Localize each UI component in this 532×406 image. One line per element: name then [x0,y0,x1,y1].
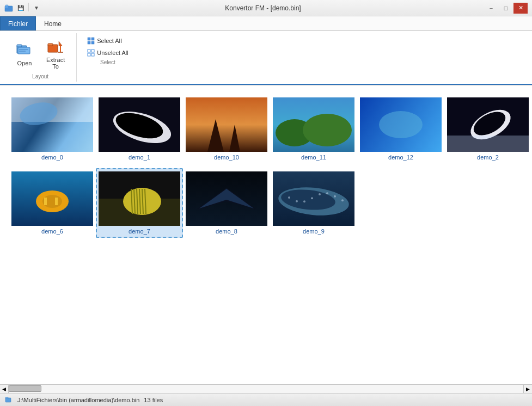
status-bar: J:\MultiFichiers\bin (armadillomedia)\de… [0,393,532,406]
image-item-demo_6[interactable]: demo_6 [9,168,96,238]
minimize-button[interactable]: − [484,3,498,14]
tab-fichier[interactable]: Fichier [0,16,36,30]
image-thumb-demo_2 [447,97,529,152]
scroll-thumb[interactable] [9,385,41,392]
svg-rect-19 [88,53,90,56]
open-icon [16,41,33,59]
image-label-demo_2: demo_2 [477,154,499,161]
image-label-demo_9: demo_9 [303,228,325,235]
layout-group-label: Layout [32,73,48,79]
title-bar: 💾 ▼ Konvertor FM - [demo.bin] − □ ✕ [0,0,532,16]
status-path: J:\MultiFichiers\bin (armadillomedia)\de… [17,397,139,403]
app-icon [4,4,13,13]
title-bar-left: 💾 ▼ [4,3,42,14]
extract-to-label: ExtractTo [46,57,65,70]
image-item-demo_0[interactable]: demo_0 [9,94,96,164]
extract-to-button[interactable]: ExtractTo [41,35,70,72]
svg-rect-5 [18,47,30,54]
close-button[interactable]: ✕ [513,3,528,14]
horizontal-scrollbar[interactable]: ◀ ▶ [0,384,532,393]
layout-buttons: Open ExtractTo [11,35,70,72]
select-all-label: Select AlI [97,38,122,44]
svg-rect-18 [91,50,94,52]
image-item-demo_12[interactable]: demo_12 [357,94,444,164]
svg-rect-2 [5,5,8,7]
image-thumb-demo_0 [11,97,93,152]
window-title: Konvertor FM - [demo.bin] [42,4,484,12]
svg-rect-14 [91,38,94,40]
image-thumb-demo_6 [11,171,93,226]
image-thumb-demo_8 [186,171,267,226]
svg-rect-17 [88,50,90,52]
image-label-demo_8: demo_8 [216,228,237,235]
image-thumb-demo_9 [273,171,354,226]
tab-home[interactable]: Home [36,16,70,30]
svg-rect-4 [17,45,22,47]
scroll-track[interactable] [9,385,523,393]
ribbon-group-select: Select AlI Unselect All Select [77,33,138,82]
status-icon [4,393,13,406]
extract-icon [47,38,64,56]
image-thumb-demo_1 [99,97,180,152]
select-group-label: Select [100,59,115,65]
svg-rect-13 [88,38,90,40]
image-label-demo_11: demo_11 [301,154,326,161]
image-item-demo_2[interactable]: demo_2 [444,94,531,164]
unselect-all-button[interactable]: Unselect All [83,47,132,58]
image-label-demo_7: demo_7 [129,228,150,235]
image-label-demo_10: demo_10 [214,154,239,161]
image-item-demo_11[interactable]: demo_11 [270,94,357,164]
image-item-demo_10[interactable]: demo_10 [183,94,270,164]
ribbon-tab-bar: Fichier Home [0,16,532,30]
unselect-all-icon [87,49,95,57]
image-thumb-demo_11 [273,97,354,152]
image-grid: demo_0demo_1demo_10demo_11demo_12demo_2d… [7,92,525,240]
window-controls: − □ ✕ [484,3,528,14]
select-buttons: Select AlI Unselect All [83,35,132,58]
select-all-button[interactable]: Select AlI [83,35,132,46]
main-content: demo_0demo_1demo_10demo_11demo_12demo_2d… [0,85,532,384]
restore-button[interactable]: □ [499,3,513,14]
image-thumb-demo_7 [99,171,180,226]
image-label-demo_1: demo_1 [129,154,150,161]
image-label-demo_12: demo_12 [388,154,413,161]
ribbon: Fichier Home Open [0,16,532,85]
svg-rect-16 [91,41,94,44]
image-item-demo_7[interactable]: demo_7 [96,168,183,238]
open-button[interactable]: Open [11,39,38,69]
image-thumb-demo_12 [360,97,442,152]
scroll-right-btn[interactable]: ▶ [523,385,532,393]
select-all-icon [87,37,95,45]
svg-rect-20 [91,53,94,56]
svg-rect-22 [5,397,8,399]
image-label-demo_0: demo_0 [41,154,63,161]
svg-marker-10 [59,41,62,46]
open-label: Open [17,60,32,66]
image-thumb-demo_10 [186,97,267,152]
image-item-demo_9[interactable]: demo_9 [270,168,357,238]
ribbon-content: Open ExtractTo Layout [0,30,532,85]
svg-rect-15 [88,41,90,44]
quick-access-toolbar: 💾 ▼ [15,3,42,14]
scroll-left-btn[interactable]: ◀ [0,385,9,393]
quick-arrow-btn[interactable]: ▼ [31,3,42,14]
status-file-count: 13 files [144,397,163,403]
svg-rect-9 [48,44,53,46]
image-item-demo_8[interactable]: demo_8 [183,168,270,238]
quick-save-btn[interactable]: 💾 [15,3,26,14]
image-item-demo_1[interactable]: demo_1 [96,94,183,164]
unselect-all-label: Unselect All [97,50,128,56]
ribbon-group-layout: Open ExtractTo Layout [4,33,77,82]
image-label-demo_6: demo_6 [41,228,63,235]
